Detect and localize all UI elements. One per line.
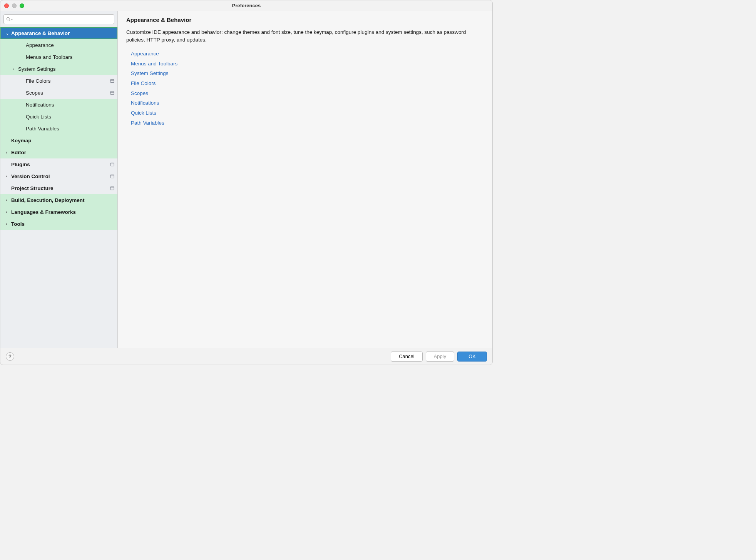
expand-arrow-icon[interactable]: › [6, 150, 11, 155]
page-links: AppearanceMenus and ToolbarsSystem Setti… [126, 49, 484, 128]
page-link-system-settings[interactable]: System Settings [131, 68, 484, 78]
tree-item-path-variables[interactable]: Path Variables [0, 123, 117, 135]
tree-item-version-control[interactable]: ›Version Control [0, 170, 117, 182]
tree-item-plugins[interactable]: Plugins [0, 158, 117, 170]
main-panel: Appearance & Behavior Customize IDE appe… [118, 11, 492, 348]
tree-item-label: Menus and Toolbars [26, 54, 72, 60]
page-link-path-variables[interactable]: Path Variables [131, 118, 484, 128]
project-scope-icon [110, 79, 114, 83]
tree-item-label: Scopes [26, 90, 43, 96]
expand-arrow-icon[interactable]: › [13, 67, 18, 71]
expand-arrow-icon[interactable]: › [6, 210, 11, 214]
search-icon [6, 17, 11, 22]
tree-item-tools[interactable]: ›Tools [0, 218, 117, 230]
project-scope-icon [110, 91, 114, 95]
search-input[interactable] [14, 17, 112, 22]
ok-button[interactable]: OK [457, 352, 487, 362]
search-box[interactable]: ▾ [3, 14, 114, 24]
tree-item-build-execution-deployment[interactable]: ›Build, Execution, Deployment [0, 194, 117, 206]
tree-item-label: Languages & Frameworks [11, 209, 76, 215]
project-scope-icon [110, 186, 114, 190]
svg-rect-6 [110, 163, 114, 166]
footer: ? Cancel Apply OK [0, 348, 492, 365]
search-dropdown-icon[interactable]: ▾ [11, 18, 13, 21]
tree-item-project-structure[interactable]: Project Structure [0, 182, 117, 194]
tree-item-system-settings[interactable]: ›System Settings [0, 63, 117, 75]
apply-button[interactable]: Apply [426, 352, 455, 362]
expand-arrow-icon[interactable]: ⌄ [6, 31, 11, 35]
tree-item-scopes[interactable]: Scopes [0, 87, 117, 99]
expand-arrow-icon[interactable]: › [6, 174, 11, 178]
tree-item-label: File Colors [26, 78, 51, 84]
tree-item-keymap[interactable]: Keymap [0, 135, 117, 147]
page-description: Customize IDE appearance and behavior: c… [126, 28, 484, 43]
tree-item-appearance[interactable]: Appearance [0, 39, 117, 51]
page-link-quick-lists[interactable]: Quick Lists [131, 108, 484, 118]
tree-item-languages-frameworks[interactable]: ›Languages & Frameworks [0, 206, 117, 218]
cancel-button[interactable]: Cancel [391, 352, 422, 362]
tree-item-editor[interactable]: ›Editor [0, 147, 117, 158]
svg-line-1 [9, 20, 10, 21]
project-scope-icon [110, 162, 114, 167]
sidebar: ▾ ⌄Appearance & BehaviorAppearanceMenus … [0, 11, 118, 348]
preferences-window: Preferences ▾ ⌄Appearance & BehaviorAppe… [0, 0, 493, 365]
expand-arrow-icon[interactable]: › [6, 198, 11, 202]
tree-item-notifications[interactable]: Notifications [0, 99, 117, 111]
expand-arrow-icon[interactable]: › [6, 222, 11, 226]
tree-item-label: Path Variables [26, 126, 59, 132]
page-link-scopes[interactable]: Scopes [131, 88, 484, 98]
tree-item-label: Keymap [11, 138, 32, 143]
tree-item-label: Project Structure [11, 185, 54, 191]
tree-item-label: System Settings [18, 66, 56, 72]
tree-item-label: Notifications [26, 102, 54, 108]
tree-item-label: Version Control [11, 173, 50, 179]
project-scope-icon [110, 174, 114, 178]
tree-item-menus-and-toolbars[interactable]: Menus and Toolbars [0, 51, 117, 63]
search-wrap: ▾ [0, 11, 117, 27]
titlebar: Preferences [0, 0, 492, 11]
tree-item-file-colors[interactable]: File Colors [0, 75, 117, 87]
page-link-menus-and-toolbars[interactable]: Menus and Toolbars [131, 59, 484, 69]
tree-item-label: Appearance & Behavior [11, 30, 70, 36]
tree-item-appearance-behavior[interactable]: ⌄Appearance & Behavior [0, 27, 117, 39]
window-title: Preferences [0, 3, 492, 8]
tree-item-label: Build, Execution, Deployment [11, 197, 85, 203]
tree-item-label: Tools [11, 221, 25, 227]
page-link-appearance[interactable]: Appearance [131, 49, 484, 59]
svg-rect-4 [110, 91, 114, 94]
svg-rect-10 [110, 187, 114, 190]
svg-point-0 [7, 18, 10, 20]
tree-item-quick-lists[interactable]: Quick Lists [0, 111, 117, 123]
svg-rect-2 [110, 79, 114, 82]
content-area: ▾ ⌄Appearance & BehaviorAppearanceMenus … [0, 11, 492, 348]
help-button[interactable]: ? [6, 352, 14, 361]
settings-tree: ⌄Appearance & BehaviorAppearanceMenus an… [0, 27, 117, 348]
page-link-file-colors[interactable]: File Colors [131, 78, 484, 88]
tree-item-label: Quick Lists [26, 114, 51, 120]
page-link-notifications[interactable]: Notifications [131, 98, 484, 108]
page-title: Appearance & Behavior [126, 17, 484, 23]
tree-item-label: Editor [11, 150, 26, 155]
tree-item-label: Plugins [11, 162, 30, 167]
tree-item-label: Appearance [26, 42, 54, 48]
svg-rect-8 [110, 175, 114, 178]
